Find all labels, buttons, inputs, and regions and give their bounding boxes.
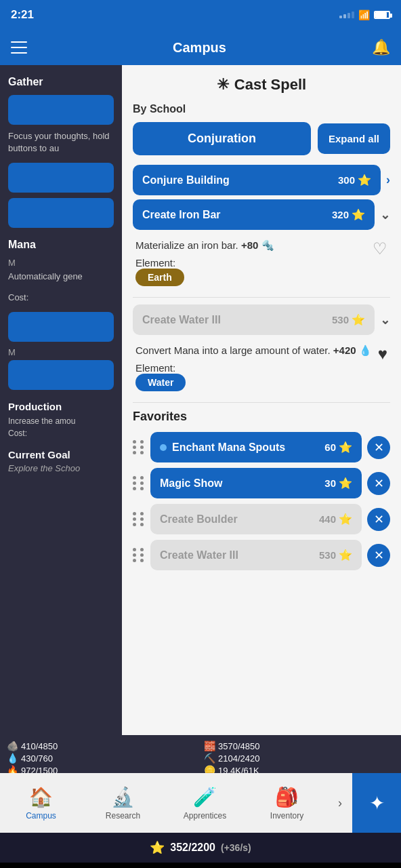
create-iron-bar-star: ⭐ (352, 208, 365, 221)
favorites-section: Favorites Enchant Mana Spouts 60 ⭐ ✕ (133, 410, 390, 570)
create-iron-bar-detail: Materialize an iron bar. +80 🔩 Element: … (133, 234, 390, 290)
water-badge: Water (135, 374, 186, 391)
research-label: Research (106, 811, 140, 821)
conjure-building-name: Conjure Building (142, 174, 230, 186)
mana-title: Mana (8, 239, 114, 251)
create-boulder-cost: 440 ⭐ (319, 513, 352, 526)
create-water-iii-favorite[interactable]: ♥ (378, 344, 387, 363)
element-label: Element: (135, 257, 175, 269)
favorite-magic-show: Magic Show 30 ⭐ ✕ (133, 468, 390, 498)
remove-fav-create-water-iii[interactable]: ✕ (367, 544, 390, 567)
mana-value: 352/2200 (170, 842, 215, 854)
drag-handle-2[interactable] (133, 476, 145, 490)
conjure-building-cost: 300 ⭐ (338, 174, 371, 186)
spell-item-create-water-iii: Create Water III 530 ⭐ ⌄ (133, 304, 390, 335)
tab-research[interactable]: 🔬 Research (82, 773, 164, 833)
create-boulder-button[interactable]: Create Boulder 440 ⭐ (150, 504, 362, 534)
pickaxe-value: 2104/2420 (218, 753, 259, 764)
wand-icon: ✳ (217, 76, 229, 94)
mana-cost-text: Cost: (8, 292, 114, 304)
inventory-icon: 🎒 (275, 786, 299, 808)
mana-rate: (+36/s) (221, 842, 251, 853)
create-iron-bar-chevron[interactable]: ⌄ (380, 208, 390, 222)
nav-bar: Campus 🔔 (0, 30, 401, 65)
gather-btn-2[interactable] (8, 163, 114, 193)
main-layout: Gather Focus your thoughts, hold buttons… (0, 65, 401, 735)
spell-item-create-iron-bar: Create Iron Bar 320 ⭐ ⌄ (133, 199, 390, 230)
more-chevron-icon: › (338, 796, 342, 810)
favorite-create-boulder: Create Boulder 440 ⭐ ✕ (133, 504, 390, 534)
fav-create-water-iii-name: Create Water III (160, 549, 238, 561)
create-iron-bar-favorite[interactable]: ♡ (373, 239, 387, 258)
element-label-2: Element: (135, 362, 175, 374)
increase-text: Increase the amou (8, 416, 114, 426)
mana-m-label2: M (8, 347, 114, 357)
menu-button[interactable] (11, 41, 27, 54)
divider-1 (133, 297, 390, 298)
brick-icon: 🧱 (204, 741, 215, 751)
nav-title: Campus (173, 40, 226, 56)
remove-enchant-mana-spouts[interactable]: ✕ (367, 436, 390, 459)
enchant-mana-spouts-cost-value: 60 (324, 441, 336, 453)
apprentices-icon: 🧪 (193, 786, 217, 808)
cost-text: Cost: (8, 429, 114, 438)
fav-create-water-iii-star: ⭐ (339, 549, 352, 561)
signal-icon (339, 12, 354, 18)
expand-all-button[interactable]: Expand all (318, 123, 390, 154)
gather-title: Gather (8, 76, 114, 88)
conjuration-button[interactable]: Conjuration (133, 122, 311, 155)
mana-btn-2[interactable] (8, 360, 114, 390)
status-bar: 2:21 📶 (0, 0, 401, 30)
conjure-building-button[interactable]: Conjure Building 300 ⭐ (133, 165, 381, 195)
cast-spell-fab[interactable]: ✦ (352, 773, 401, 833)
tab-apprentices[interactable]: 🧪 Apprentices (164, 773, 246, 833)
remove-create-boulder[interactable]: ✕ (367, 508, 390, 531)
create-iron-bar-element-row: Element: (135, 257, 274, 269)
drag-handle-4[interactable] (133, 548, 145, 562)
create-iron-bar-cost: 320 ⭐ (332, 208, 365, 221)
stone-value: 410/4850 (21, 741, 58, 751)
panel-title: ✳ Cast Spell (133, 76, 390, 94)
bell-icon[interactable]: 🔔 (372, 39, 390, 56)
divider-2 (133, 402, 390, 403)
fav-create-water-iii-cost-value: 530 (319, 549, 336, 561)
enchant-mana-spouts-star: ⭐ (339, 441, 352, 454)
mana-btn-1[interactable] (8, 312, 114, 342)
favorite-enchant-mana-spouts: Enchant Mana Spouts 60 ⭐ ✕ (133, 432, 390, 462)
pickaxe-icon: ⛏️ (204, 753, 215, 764)
magic-show-button[interactable]: Magic Show 30 ⭐ (150, 468, 362, 498)
wifi-icon: 📶 (358, 9, 370, 20)
drag-handle-3[interactable] (133, 512, 145, 526)
drag-handle-1[interactable] (133, 440, 145, 454)
conjure-building-chevron[interactable]: › (386, 173, 390, 187)
gather-btn-3[interactable] (8, 198, 114, 228)
remove-magic-show[interactable]: ✕ (367, 472, 390, 495)
tab-inventory[interactable]: 🎒 Inventory (246, 773, 328, 833)
stone-icon: 🪨 (7, 741, 18, 751)
create-water-iii-button[interactable]: Create Water III 530 ⭐ (133, 304, 375, 335)
current-goal-title: Current Goal (8, 449, 114, 460)
fav-create-water-iii-button[interactable]: Create Water III 530 ⭐ (150, 540, 362, 570)
by-school-label: By School (133, 103, 390, 115)
create-iron-bar-button[interactable]: Create Iron Bar 320 ⭐ (133, 199, 375, 230)
tab-more-button[interactable]: › (328, 773, 352, 833)
left-sidebar: Gather Focus your thoughts, hold buttons… (0, 65, 122, 735)
resource-bar: 🪨 410/4850 🧱 3570/4850 💧 430/760 ⛏️ 2104… (0, 735, 401, 773)
conjure-building-cost-value: 300 (338, 174, 355, 186)
battery-icon (374, 11, 390, 19)
create-boulder-star: ⭐ (339, 513, 352, 526)
production-title: Production (8, 401, 114, 412)
school-row: Conjuration Expand all (133, 122, 390, 155)
water-res-icon: 💧 (7, 753, 18, 764)
create-water-iii-chevron[interactable]: ⌄ (380, 313, 390, 328)
tab-campus[interactable]: 🏠 Campus (0, 773, 82, 833)
sidebar-mana-section: Mana M Automatically gene Cost: M (8, 239, 114, 389)
gather-focus-text: Focus your thoughts, hold buttons to au (8, 130, 114, 155)
enchant-mana-spouts-button[interactable]: Enchant Mana Spouts 60 ⭐ (150, 432, 362, 462)
bottom-nav: 🏠 Campus 🔬 Research 🧪 Apprentices 🎒 Inve… (0, 773, 401, 833)
magic-show-cost-value: 30 (324, 477, 336, 489)
gather-btn-1[interactable] (8, 95, 114, 125)
enchant-mana-spouts-cost: 60 ⭐ (324, 441, 352, 454)
research-icon: 🔬 (111, 786, 135, 808)
enchant-mana-spouts-name: Enchant Mana Spouts (172, 441, 285, 454)
